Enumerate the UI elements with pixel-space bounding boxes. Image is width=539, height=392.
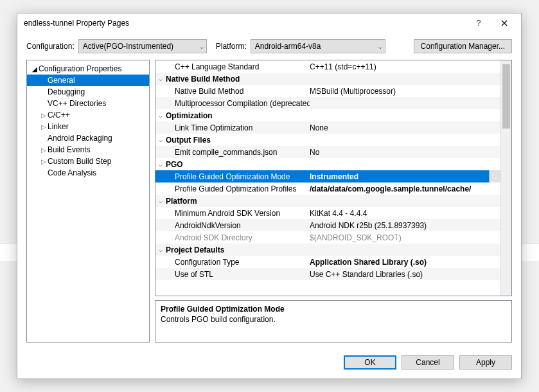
platform-combo[interactable]: Android-arm64-v8a ⌵ (251, 39, 385, 53)
collapse-icon[interactable]: ⌵ (155, 75, 166, 82)
property-row[interactable]: Profile Guided Optimization ModeInstrume… (155, 170, 500, 183)
property-value[interactable]: MSBuild (Multiprocessor) (310, 87, 500, 96)
property-row[interactable]: AndroidNdkVersionAndroid NDK r25b (25.1.… (155, 219, 500, 231)
property-name: Emit compile_commands.json (166, 148, 310, 157)
tree-item[interactable]: Android Packaging (27, 132, 149, 144)
property-group-header[interactable]: ⌵Platform (155, 195, 500, 207)
titlebar: endless-tunnel Property Pages ? (17, 13, 521, 33)
expander-closed-icon[interactable]: ▷ (40, 147, 48, 154)
window-title: endless-tunnel Property Pages (24, 19, 466, 28)
property-value[interactable]: /data/data/com.google.sample.tunnel/cach… (310, 184, 500, 193)
platform-value: Android-arm64-v8a (255, 42, 321, 51)
property-name: C++ Language Standard (166, 62, 310, 71)
collapse-icon[interactable]: ⌵ (155, 246, 166, 253)
property-value[interactable]: No (310, 148, 500, 157)
property-value[interactable]: KitKat 4.4 - 4.4.4 (310, 209, 500, 218)
tree-item[interactable]: ▷C/C++ (27, 109, 149, 121)
property-grid[interactable]: C++ Language StandardC++11 (std=c++11)⌵N… (155, 60, 512, 296)
property-pages-dialog: endless-tunnel Property Pages ? Configur… (17, 13, 522, 379)
main-area: ◢ Configuration Properties GeneralDebugg… (17, 60, 521, 349)
configuration-manager-label: Configuration Manager... (421, 42, 505, 51)
property-name: Profile Guided Optimization Profiles (166, 184, 310, 193)
expander-closed-icon[interactable]: ▷ (40, 158, 48, 165)
value-dropdown-button[interactable]: ⌵ (489, 170, 500, 183)
tree-item-label: Linker (48, 122, 69, 131)
chevron-down-icon: ⌵ (493, 172, 497, 181)
tree-item-label: Code Analysis (48, 168, 96, 177)
tree-item[interactable]: ▷Custom Build Step (27, 156, 149, 167)
configuration-combo[interactable]: Active(PGO-Instrumented) ⌵ (78, 39, 207, 53)
property-name: Link Time Optimization (166, 123, 310, 132)
property-row[interactable]: Multiprocessor Compilation (deprecated) (155, 97, 500, 109)
property-name: Optimization (166, 111, 310, 120)
tree-item-label: General (48, 76, 75, 85)
navigation-tree[interactable]: ◢ Configuration Properties GeneralDebugg… (26, 60, 150, 343)
ok-label: OK (364, 358, 375, 367)
property-row[interactable]: Android SDK Directory$(ANDROID_SDK_ROOT) (155, 231, 500, 244)
property-group-header[interactable]: ⌵Native Build Method (155, 73, 500, 85)
tree-item[interactable]: Code Analysis (27, 167, 149, 179)
property-name: PGO (166, 160, 310, 169)
property-name: Multiprocessor Compilation (deprecated) (166, 99, 310, 108)
property-group-header[interactable]: ⌵Optimization (155, 109, 500, 121)
collapse-icon[interactable]: ⌵ (155, 112, 166, 119)
property-group-header[interactable]: ⌵PGO (155, 158, 500, 170)
platform-label: Platform: (216, 42, 247, 51)
right-pane: C++ Language StandardC++11 (std=c++11)⌵N… (155, 60, 512, 343)
tree-root[interactable]: ◢ Configuration Properties (27, 63, 149, 75)
description-pane: Profile Guided Optimization Mode Control… (155, 300, 512, 343)
tree-item[interactable]: General (27, 75, 149, 86)
close-button[interactable] (491, 15, 517, 31)
property-row[interactable]: Profile Guided Optimization Profiles/dat… (155, 183, 500, 195)
property-name: Output Files (166, 136, 310, 145)
tree-root-label: Configuration Properties (39, 64, 121, 73)
tree-item[interactable]: VC++ Directories (27, 98, 149, 109)
tree-item[interactable]: ▷Linker (27, 121, 149, 132)
property-value[interactable]: Android NDK r25b (25.1.8937393) (310, 221, 500, 230)
property-row[interactable]: C++ Language StandardC++11 (std=c++11) (155, 60, 500, 73)
property-row[interactable]: Use of STLUse C++ Standard Libraries (.s… (155, 268, 500, 280)
expander-closed-icon[interactable]: ▷ (40, 123, 48, 130)
property-value[interactable]: Instrumented (310, 172, 489, 181)
vertical-scrollbar[interactable] (500, 60, 511, 296)
property-name: Configuration Type (166, 258, 310, 267)
property-name: Project Defaults (166, 245, 310, 254)
property-group-header[interactable]: ⌵Output Files (155, 134, 500, 146)
property-row[interactable]: Emit compile_commands.jsonNo (155, 146, 500, 158)
expander-closed-icon[interactable]: ▷ (40, 112, 48, 119)
property-name: Platform (166, 197, 310, 206)
property-row[interactable]: Minimum Android SDK VersionKitKat 4.4 - … (155, 207, 500, 219)
tree-item-label: C/C++ (48, 111, 70, 120)
property-name: Native Build Method (166, 75, 310, 84)
cancel-button[interactable]: Cancel (402, 355, 454, 370)
property-value[interactable]: Use C++ Standard Libraries (.so) (310, 270, 500, 279)
chevron-down-icon: ⌵ (378, 43, 382, 50)
property-row[interactable]: Native Build MethodMSBuild (Multiprocess… (155, 85, 500, 97)
property-value[interactable]: None (310, 123, 500, 132)
property-value[interactable]: Application Shared Library (.so) (310, 258, 500, 267)
close-icon (501, 20, 508, 26)
property-value[interactable]: $(ANDROID_SDK_ROOT) (310, 233, 500, 242)
tree-item[interactable]: Debugging (27, 86, 149, 98)
expander-open-icon[interactable]: ◢ (31, 66, 39, 73)
property-row[interactable]: Link Time OptimizationNone (155, 121, 500, 134)
collapse-icon[interactable]: ⌵ (155, 136, 166, 143)
ok-button[interactable]: OK (344, 355, 396, 370)
property-name: Android SDK Directory (166, 233, 310, 242)
property-name: AndroidNdkVersion (166, 221, 310, 230)
configuration-manager-button[interactable]: Configuration Manager... (414, 39, 512, 53)
scrollbar-thumb[interactable] (502, 64, 510, 129)
collapse-icon[interactable]: ⌵ (155, 161, 166, 168)
property-row[interactable]: Configuration TypeApplication Shared Lib… (155, 256, 500, 268)
tree-item[interactable]: ▷Build Events (27, 144, 149, 156)
property-value[interactable]: C++11 (std=c++11) (310, 62, 500, 71)
help-button[interactable]: ? (466, 15, 491, 31)
chevron-down-icon: ⌵ (200, 43, 204, 50)
property-name: Use of STL (166, 270, 310, 279)
description-title: Profile Guided Optimization Mode (161, 305, 506, 314)
apply-button[interactable]: Apply (459, 355, 512, 370)
property-name: Native Build Method (166, 87, 310, 96)
property-group-header[interactable]: ⌵Project Defaults (155, 244, 500, 256)
tree-item-label: Debugging (48, 87, 85, 96)
collapse-icon[interactable]: ⌵ (155, 197, 166, 204)
